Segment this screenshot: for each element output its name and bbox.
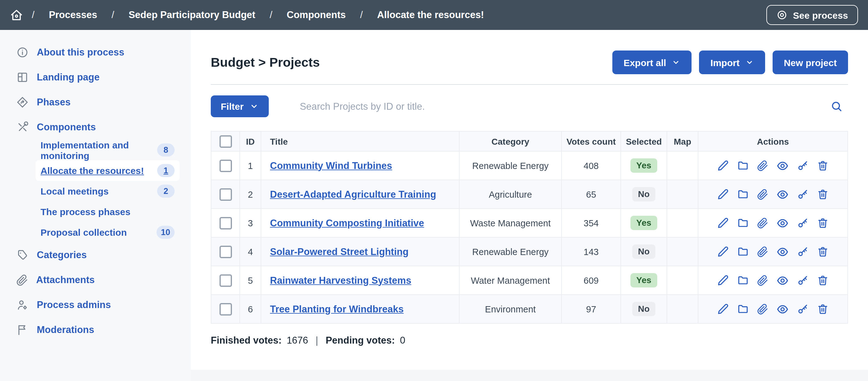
permissions-button[interactable]	[797, 303, 809, 315]
project-title-link[interactable]: Tree Planting for Windbreaks	[270, 304, 404, 314]
subitem-label: Allocate the resources!	[40, 165, 144, 176]
filter-label: Filter	[221, 101, 244, 112]
selected-badge: Yes	[631, 216, 657, 230]
manage-records-button[interactable]	[737, 246, 749, 257]
project-category: Agriculture	[459, 180, 561, 209]
filter-button[interactable]: Filter	[211, 95, 269, 117]
delete-project-button[interactable]	[817, 217, 829, 229]
edit-project-button[interactable]	[717, 274, 729, 286]
row-checkbox[interactable]	[219, 303, 231, 315]
preview-button[interactable]	[776, 274, 789, 287]
sidebar-item-phases[interactable]: Phases	[0, 90, 191, 115]
sidebar-item-about[interactable]: About this process	[0, 40, 191, 65]
permissions-button[interactable]	[797, 246, 809, 257]
sidebar-item-landing-page[interactable]: Landing page	[0, 65, 191, 90]
folder-icon	[737, 303, 749, 315]
header-selected: Selected	[621, 131, 667, 151]
edit-project-button[interactable]	[717, 160, 729, 171]
permissions-button[interactable]	[797, 188, 809, 200]
table-row: 5 Rainwater Harvesting Systems Water Man…	[211, 266, 848, 295]
permissions-button[interactable]	[797, 274, 809, 286]
chevron-down-icon	[672, 58, 681, 67]
edit-project-button[interactable]	[717, 188, 729, 200]
sidebar-subitem-allocate-resources[interactable]: Allocate the resources! 1	[35, 160, 180, 181]
delete-project-button[interactable]	[817, 246, 829, 257]
row-checkbox[interactable]	[219, 274, 231, 287]
trash-icon	[817, 274, 829, 286]
preview-button[interactable]	[776, 159, 789, 172]
breadcrumb-process-name[interactable]: Sedep Participatory Budget	[123, 9, 261, 21]
manage-records-button[interactable]	[737, 188, 749, 200]
attachments-button[interactable]	[757, 160, 768, 171]
sidebar-item-process-admins[interactable]: Process admins	[0, 292, 191, 317]
row-actions	[699, 217, 847, 229]
edit-project-button[interactable]	[717, 246, 729, 257]
export-all-button[interactable]: Export all	[612, 51, 692, 74]
attachments-button[interactable]	[757, 246, 768, 257]
project-title-link[interactable]: Community Wind Turbines	[270, 160, 392, 170]
import-label: Import	[711, 57, 740, 68]
paperclip-icon	[757, 217, 768, 228]
breadcrumb-processes[interactable]: Processes	[43, 9, 103, 21]
manage-records-button[interactable]	[737, 217, 749, 229]
count-badge: 8	[157, 144, 175, 157]
select-all-header	[211, 131, 240, 151]
delete-project-button[interactable]	[817, 188, 829, 200]
user-gear-icon	[16, 299, 29, 311]
sidebar-item-attachments[interactable]: Attachments	[0, 267, 191, 292]
sidebar-subitem-proposal-collection[interactable]: Proposal collection 10	[35, 222, 180, 243]
project-title-link[interactable]: Desert-Adapted Agriculture Training	[270, 189, 436, 199]
sidebar-subitem-implementation[interactable]: Implementation and monitoring 8	[35, 140, 180, 160]
sidebar-item-moderations[interactable]: Moderations	[0, 317, 191, 342]
sidebar-subitem-local-meetings[interactable]: Local meetings 2	[35, 181, 180, 201]
new-project-button[interactable]: New project	[773, 51, 848, 74]
row-checkbox[interactable]	[219, 188, 231, 200]
manage-records-button[interactable]	[737, 303, 749, 315]
manage-records-button[interactable]	[737, 274, 749, 286]
project-id: 5	[240, 266, 261, 295]
sidebar-item-label: Categories	[37, 249, 87, 261]
row-actions	[699, 159, 847, 172]
delete-project-button[interactable]	[817, 274, 829, 286]
attachments-button[interactable]	[757, 304, 768, 315]
sidebar-item-categories[interactable]: Categories	[0, 243, 191, 267]
breadcrumb-components[interactable]: Components	[281, 9, 351, 21]
header-title: Title	[261, 131, 459, 151]
delete-project-button[interactable]	[817, 160, 829, 171]
eye-icon	[776, 159, 789, 172]
select-all-checkbox[interactable]	[219, 135, 231, 148]
delete-project-button[interactable]	[817, 303, 829, 315]
sidebar-subitem-process-phases[interactable]: The process phases	[35, 201, 180, 222]
chevron-down-icon	[249, 102, 258, 111]
selected-badge: No	[632, 187, 655, 202]
attachments-button[interactable]	[757, 217, 768, 228]
see-process-button[interactable]: See process	[766, 5, 858, 25]
project-title-link[interactable]: Solar-Powered Street Lighting	[270, 246, 408, 257]
home-icon[interactable]	[10, 8, 23, 22]
project-title-link[interactable]: Rainwater Harvesting Systems	[270, 275, 411, 285]
attachments-button[interactable]	[757, 275, 768, 286]
search-input[interactable]	[299, 100, 829, 113]
permissions-button[interactable]	[797, 217, 809, 229]
attachments-button[interactable]	[757, 189, 768, 200]
sidebar-item-components[interactable]: Components	[0, 115, 191, 140]
edit-icon	[717, 188, 729, 200]
search-button[interactable]	[829, 98, 844, 114]
import-button[interactable]: Import	[699, 51, 765, 74]
main-panel: Budget > Projects Export all Import New …	[191, 30, 868, 370]
preview-button[interactable]	[776, 303, 789, 315]
breadcrumb-current-component[interactable]: Allocate the resources!	[372, 9, 490, 21]
manage-records-button[interactable]	[737, 160, 749, 171]
row-checkbox[interactable]	[219, 217, 231, 229]
edit-project-button[interactable]	[717, 303, 729, 315]
permissions-button[interactable]	[797, 160, 809, 171]
preview-button[interactable]	[776, 245, 789, 258]
row-checkbox[interactable]	[219, 245, 231, 258]
edit-project-button[interactable]	[717, 217, 729, 229]
eye-icon	[776, 303, 789, 315]
row-checkbox[interactable]	[219, 159, 231, 172]
preview-button[interactable]	[776, 217, 789, 229]
project-title-link[interactable]: Community Composting Initiative	[270, 217, 424, 228]
preview-button[interactable]	[776, 188, 789, 200]
trash-icon	[817, 188, 829, 200]
